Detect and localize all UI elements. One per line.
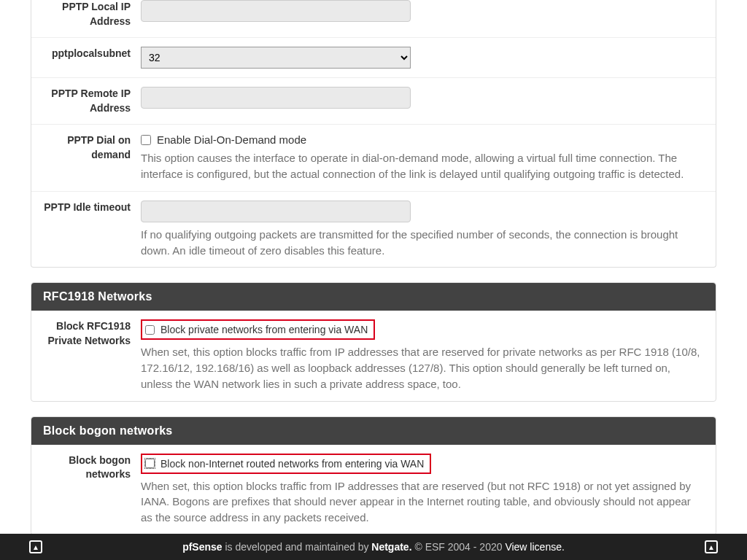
scroll-top-icon[interactable]: ▲ (29, 540, 42, 553)
bogon-row-label: Block bogon networks (31, 454, 141, 526)
pptp-localsubnet-label: pptplocalsubnet (31, 47, 141, 69)
pptp-dial-check-label: Enable Dial-On-Demand mode (157, 133, 306, 146)
footer: ▲ pfSense is developed and maintained by… (0, 534, 747, 560)
rfc1918-heading: RFC1918 Networks (31, 283, 716, 311)
view-license-link[interactable]: View license. (505, 541, 564, 553)
bogon-highlight: Block non-Internet routed networks from … (141, 454, 431, 474)
block-rfc1918-checkbox[interactable] (145, 325, 155, 335)
footer-mid: is developed and maintained by (222, 541, 372, 553)
rfc1918-check-label: Block private networks from entering via… (160, 324, 368, 335)
pptp-idle-label: PPTP Idle timeout (31, 201, 141, 259)
pptp-dial-checkbox[interactable] (141, 135, 151, 145)
bogon-check-label: Block non-Internet routed networks from … (160, 458, 424, 470)
rfc1918-highlight: Block private networks from entering via… (141, 319, 375, 340)
pptp-remote-ip-label: PPTP Remote IP Address (31, 87, 141, 115)
pptp-idle-help: If no qualifying outgoing packets are tr… (141, 227, 705, 259)
scroll-top-icon-right[interactable]: ▲ (705, 540, 718, 553)
footer-product: pfSense (182, 541, 222, 553)
bogon-help: When set, this option blocks traffic fro… (141, 478, 705, 526)
footer-copyright: © ESF 2004 - 2020 (412, 541, 506, 553)
footer-company: Netgate. (371, 541, 411, 553)
pptp-localsubnet-select[interactable]: 32 (141, 47, 411, 69)
rfc1918-help: When set, this option blocks traffic fro… (141, 344, 705, 392)
pptp-local-ip-label: PPTP Local IP Address (31, 0, 141, 28)
bogon-heading: Block bogon networks (31, 417, 716, 445)
block-bogon-checkbox[interactable] (145, 459, 155, 468)
rfc1918-row-label: Block RFC1918 Private Networks (31, 319, 141, 392)
pptp-local-ip-input[interactable] (141, 0, 411, 22)
pptp-remote-ip-input[interactable] (141, 87, 411, 109)
pptp-idle-input[interactable] (141, 201, 411, 222)
pptp-dial-label: PPTP Dial on demand (31, 133, 141, 182)
pptp-dial-help: This option causes the interface to oper… (141, 150, 705, 182)
